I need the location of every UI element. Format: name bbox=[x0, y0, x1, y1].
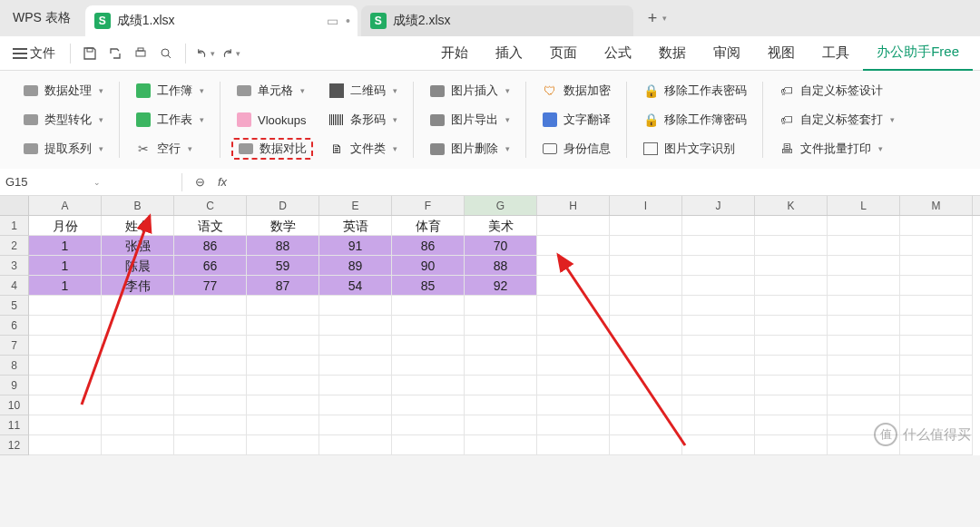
cell[interactable] bbox=[319, 296, 392, 316]
cell[interactable] bbox=[537, 336, 610, 356]
row-header[interactable]: 9 bbox=[0, 376, 29, 395]
cell[interactable]: 87 bbox=[247, 276, 319, 296]
cell[interactable] bbox=[247, 376, 319, 395]
cell[interactable] bbox=[392, 296, 465, 316]
col-header-M[interactable]: M bbox=[900, 196, 973, 215]
cell[interactable] bbox=[102, 296, 174, 316]
btn-remove-book-pwd[interactable]: 🔒移除工作簿密码 bbox=[638, 109, 751, 131]
print-preview-icon[interactable] bbox=[156, 44, 176, 63]
row-header[interactable]: 4 bbox=[0, 276, 29, 296]
cell[interactable] bbox=[247, 395, 319, 415]
btn-export-image[interactable]: 图片导出▾ bbox=[425, 109, 514, 131]
cell[interactable] bbox=[755, 395, 828, 415]
cell[interactable]: 语文 bbox=[174, 216, 247, 236]
cell[interactable] bbox=[465, 296, 537, 316]
cell[interactable] bbox=[537, 256, 610, 276]
cell[interactable] bbox=[828, 376, 900, 395]
cell[interactable] bbox=[610, 336, 682, 356]
cell[interactable] bbox=[102, 415, 174, 435]
document-tab-1[interactable]: S 成绩1.xlsx ▭ • bbox=[85, 5, 358, 36]
cell[interactable] bbox=[392, 435, 465, 455]
cell[interactable] bbox=[610, 236, 682, 256]
cell[interactable] bbox=[900, 276, 973, 296]
cell[interactable] bbox=[755, 415, 828, 435]
btn-insert-image[interactable]: 图片插入▾ bbox=[425, 80, 514, 102]
cell[interactable]: 陈晨 bbox=[102, 256, 174, 276]
cell[interactable]: 66 bbox=[174, 256, 247, 276]
col-header-E[interactable]: E bbox=[319, 196, 392, 215]
cell[interactable] bbox=[319, 316, 392, 336]
row-header[interactable]: 5 bbox=[0, 296, 29, 316]
cell[interactable] bbox=[755, 276, 828, 296]
spreadsheet-grid[interactable]: ABCDEFGHIJKLM 1月份姓名语文数学英语体育美术21张强8688918… bbox=[0, 196, 980, 455]
cell[interactable] bbox=[755, 216, 828, 236]
cell[interactable] bbox=[392, 415, 465, 435]
cell[interactable] bbox=[900, 316, 973, 336]
cell[interactable] bbox=[900, 256, 973, 276]
cell[interactable] bbox=[682, 435, 755, 455]
cell[interactable] bbox=[682, 256, 755, 276]
cell[interactable] bbox=[174, 435, 247, 455]
cell[interactable] bbox=[537, 376, 610, 395]
cell[interactable] bbox=[537, 296, 610, 316]
cell[interactable]: 88 bbox=[465, 256, 537, 276]
cell[interactable] bbox=[900, 376, 973, 395]
cell[interactable] bbox=[392, 336, 465, 356]
row-header[interactable]: 12 bbox=[0, 435, 29, 455]
row-header[interactable]: 3 bbox=[0, 256, 29, 276]
print-icon[interactable] bbox=[131, 44, 151, 63]
tab-view[interactable]: 视图 bbox=[754, 36, 808, 71]
cell[interactable]: 88 bbox=[247, 236, 319, 256]
cell[interactable]: 体育 bbox=[392, 216, 465, 236]
cell[interactable] bbox=[174, 395, 247, 415]
cell[interactable] bbox=[247, 415, 319, 435]
cell[interactable]: 姓名 bbox=[102, 216, 174, 236]
cell[interactable] bbox=[610, 376, 682, 395]
cell[interactable] bbox=[174, 296, 247, 316]
cell[interactable] bbox=[319, 336, 392, 356]
cell[interactable] bbox=[900, 216, 973, 236]
cell[interactable] bbox=[828, 296, 900, 316]
cell[interactable] bbox=[610, 256, 682, 276]
btn-delete-image[interactable]: 图片删除▾ bbox=[425, 138, 514, 160]
undo-icon[interactable]: ▾ bbox=[195, 44, 215, 63]
select-all-corner[interactable] bbox=[0, 196, 29, 215]
btn-id-info[interactable]: 身份信息 bbox=[537, 138, 615, 160]
cell[interactable] bbox=[682, 356, 755, 376]
cell[interactable] bbox=[828, 395, 900, 415]
cell[interactable] bbox=[682, 276, 755, 296]
fx-label[interactable]: fx bbox=[218, 175, 227, 189]
cell[interactable] bbox=[537, 316, 610, 336]
cell[interactable]: 月份 bbox=[29, 216, 102, 236]
cell[interactable] bbox=[29, 395, 102, 415]
cell[interactable] bbox=[755, 296, 828, 316]
cell[interactable] bbox=[392, 316, 465, 336]
cell[interactable]: 数学 bbox=[247, 216, 319, 236]
cancel-formula-icon[interactable]: ⊖ bbox=[195, 175, 205, 189]
cell[interactable] bbox=[247, 356, 319, 376]
cell[interactable]: 89 bbox=[319, 256, 392, 276]
cell[interactable]: 英语 bbox=[319, 216, 392, 236]
btn-remove-sheet-pwd[interactable]: 🔒移除工作表密码 bbox=[638, 80, 751, 102]
cell[interactable] bbox=[319, 395, 392, 415]
btn-type-convert[interactable]: 类型转化▾ bbox=[18, 109, 108, 131]
cell[interactable]: 92 bbox=[465, 276, 537, 296]
cell[interactable] bbox=[319, 376, 392, 395]
cell[interactable] bbox=[682, 296, 755, 316]
cell[interactable] bbox=[610, 415, 682, 435]
cell[interactable] bbox=[610, 435, 682, 455]
btn-data-compare[interactable]: 数据对比 bbox=[231, 138, 313, 160]
cell[interactable]: 77 bbox=[174, 276, 247, 296]
cell[interactable] bbox=[682, 376, 755, 395]
col-header-B[interactable]: B bbox=[102, 196, 174, 215]
btn-blank-row[interactable]: ✂空行▾ bbox=[131, 138, 209, 160]
cell[interactable] bbox=[29, 316, 102, 336]
cell[interactable] bbox=[537, 395, 610, 415]
cell[interactable] bbox=[465, 316, 537, 336]
btn-custom-label-print[interactable]: 🏷自定义标签套打▾ bbox=[774, 109, 899, 131]
tab-data[interactable]: 数据 bbox=[645, 36, 700, 71]
row-header[interactable]: 7 bbox=[0, 336, 29, 356]
cell[interactable] bbox=[828, 356, 900, 376]
cell[interactable] bbox=[174, 336, 247, 356]
cell[interactable] bbox=[29, 435, 102, 455]
